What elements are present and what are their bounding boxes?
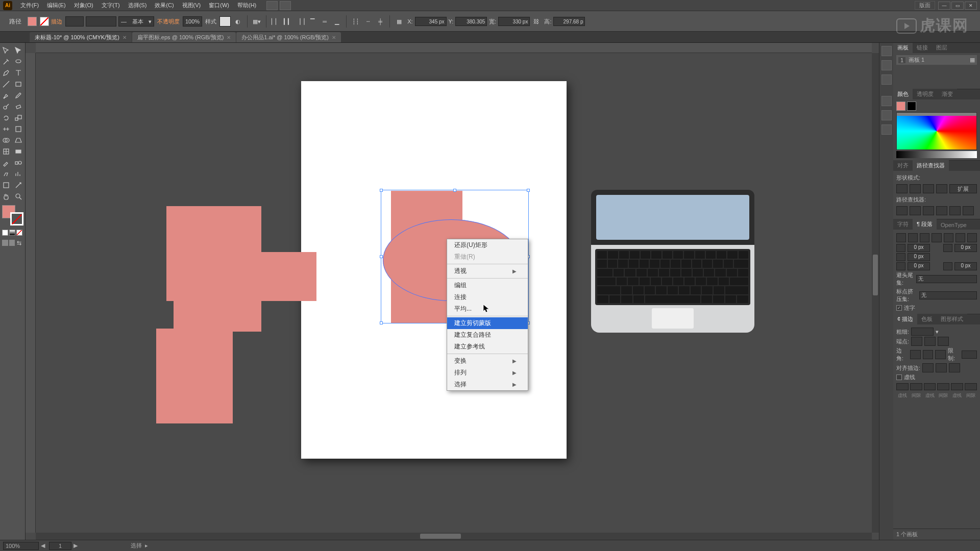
scale-tool[interactable] <box>12 112 24 123</box>
canvas[interactable]: 还原(U)矩形 重做(R) 透视▶ 编组 连接 平均... 建立剪切蒙版 建立复… <box>36 53 872 533</box>
pencil-tool[interactable] <box>12 90 24 101</box>
color-mode-solid[interactable] <box>2 230 8 236</box>
ctx-undo[interactable]: 还原(U)矩形 <box>447 239 528 251</box>
ctx-select[interactable]: 选择▶ <box>447 379 528 390</box>
menu-select[interactable]: 选择(S) <box>124 2 151 9</box>
w-value[interactable]: 330 px <box>498 17 530 26</box>
justify-left-btn[interactable] <box>932 233 941 242</box>
first-line-indent-value[interactable]: 0 px <box>908 253 930 261</box>
ctx-perspective[interactable]: 透视▶ <box>447 265 528 277</box>
paintbrush-tool[interactable] <box>0 90 12 101</box>
window-close[interactable]: ✕ <box>965 2 977 10</box>
mini-panel-icon[interactable] <box>881 74 892 85</box>
zoom-level[interactable]: 100% <box>3 542 39 550</box>
indent-right-value[interactable]: 0 px <box>954 244 977 252</box>
direct-selection-tool[interactable] <box>12 45 24 56</box>
hyphenate-checkbox[interactable]: ✓连字 <box>896 304 977 312</box>
align-left-btn[interactable] <box>896 233 906 242</box>
dash-field[interactable] <box>896 383 909 390</box>
x-value[interactable]: 345 px <box>415 17 447 26</box>
type-tool[interactable] <box>12 67 24 79</box>
tab-artboards[interactable]: 画板 <box>893 43 913 53</box>
tab-pathfinder[interactable]: 路径查找器 <box>913 160 949 171</box>
menu-type[interactable]: 文字(T) <box>97 2 124 9</box>
mini-panel-icon[interactable] <box>881 110 892 120</box>
menu-file[interactable]: 文件(F) <box>16 2 43 9</box>
ruler-vertical[interactable] <box>26 53 36 533</box>
pf-intersect[interactable] <box>923 184 934 193</box>
tab-opentype[interactable]: OpenType <box>937 220 971 230</box>
ctx-make-compound-path[interactable]: 建立复合路径 <box>447 329 528 341</box>
perspective-grid-tool[interactable] <box>12 135 24 146</box>
eyedropper-tool[interactable] <box>0 157 12 168</box>
artboard-row[interactable]: 1 画板 1 ▦ <box>896 55 977 65</box>
ctx-make-guides[interactable]: 建立参考线 <box>447 341 528 353</box>
color-spectrum[interactable] <box>896 112 977 150</box>
pf-unite[interactable] <box>896 184 908 193</box>
cap-round[interactable] <box>924 337 936 346</box>
zoom-tool[interactable] <box>12 191 24 202</box>
menu-view[interactable]: 视图(V) <box>178 2 205 9</box>
rectangle-tool[interactable] <box>12 79 24 90</box>
blend-tool[interactable] <box>12 157 24 168</box>
tab-links[interactable]: 链接 <box>913 43 932 53</box>
corner-miter[interactable] <box>910 350 921 359</box>
distribute-spacing-icon[interactable]: ╪ <box>375 16 386 27</box>
mesh-tool[interactable] <box>0 146 12 157</box>
lasso-tool[interactable] <box>12 56 24 67</box>
align-bottom-icon[interactable]: ▁ <box>331 16 342 27</box>
pf-exclude[interactable] <box>936 184 947 193</box>
menu-window[interactable]: 窗口(W) <box>205 2 233 9</box>
transform-panel-icon[interactable]: ▦ <box>394 16 405 27</box>
align-right-icon[interactable]: ▕▕ <box>295 16 306 27</box>
hand-tool[interactable] <box>0 191 12 202</box>
blob-brush-tool[interactable] <box>0 101 12 112</box>
shape-builder-tool[interactable] <box>0 135 12 146</box>
screen-mode-full[interactable] <box>9 240 15 246</box>
ctx-group[interactable]: 编组 <box>447 280 528 291</box>
tab-stroke[interactable]: ¢ 描边 <box>893 314 917 324</box>
align-right-btn[interactable] <box>920 233 929 242</box>
kinsoku-select[interactable]: 无 <box>916 275 977 283</box>
mojikumi-select[interactable]: 无 <box>919 291 977 299</box>
tab-color[interactable]: 颜色 <box>893 89 913 99</box>
align-hcenter-icon[interactable]: ▎▎ <box>282 16 293 27</box>
miter-limit-input[interactable] <box>962 350 977 359</box>
pf-minus-back[interactable] <box>963 206 974 215</box>
scrollbar-vertical[interactable] <box>872 53 879 533</box>
pen-tool[interactable] <box>0 67 12 79</box>
ctx-join[interactable]: 连接 <box>447 291 528 303</box>
menu-effect[interactable]: 效果(C) <box>151 2 178 9</box>
tab-paragraph[interactable]: ¶ 段落 <box>913 219 937 230</box>
space-after-value[interactable]: 0 px <box>954 262 977 270</box>
pf-minus-front[interactable] <box>910 184 921 193</box>
indent-left-value[interactable]: 0 px <box>908 244 930 252</box>
eraser-tool[interactable] <box>12 101 24 112</box>
h-value[interactable]: 297.68 p <box>553 17 585 26</box>
ctx-transform[interactable]: 变换▶ <box>447 355 528 367</box>
align-menu-icon[interactable]: ▦▾ <box>251 16 262 27</box>
justify-all-btn[interactable] <box>967 233 977 242</box>
align-stroke-center[interactable] <box>922 363 934 372</box>
color-mode-none[interactable] <box>16 230 22 236</box>
gap-field[interactable] <box>937 383 949 390</box>
mini-panel-icon[interactable] <box>881 96 892 106</box>
gap-field[interactable] <box>910 383 922 390</box>
screen-mode-normal[interactable] <box>2 240 8 246</box>
menu-help[interactable]: 帮助(H) <box>233 2 260 9</box>
grayscale-ramp[interactable] <box>896 151 977 158</box>
graphic-style-swatch[interactable] <box>219 16 231 27</box>
artboard-prev[interactable]: ◀ <box>39 542 47 549</box>
fill-swatch[interactable] <box>28 17 37 26</box>
y-value[interactable]: 380.305 <box>455 17 487 26</box>
pf-expand[interactable]: 扩展 <box>949 184 977 193</box>
layout-icon-2[interactable] <box>280 1 291 10</box>
corner-round[interactable] <box>923 350 934 359</box>
tab-swatches[interactable]: 色板 <box>917 314 937 324</box>
free-transform-tool[interactable] <box>12 123 24 135</box>
close-icon[interactable]: ✕ <box>332 35 336 40</box>
weight-input[interactable] <box>911 328 934 336</box>
cap-projecting[interactable] <box>938 337 949 346</box>
justify-right-btn[interactable] <box>955 233 965 242</box>
mini-panel-icon[interactable] <box>881 124 892 135</box>
